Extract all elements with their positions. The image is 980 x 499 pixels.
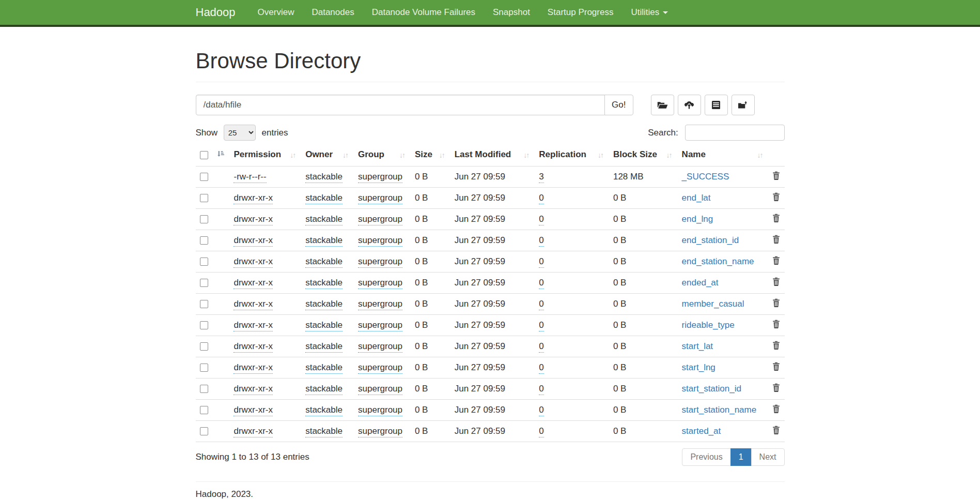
replication-value[interactable]: 0 — [539, 235, 543, 247]
owner-value[interactable]: stackable — [305, 320, 343, 331]
select-all-checkbox[interactable] — [200, 151, 208, 159]
column-header-owner[interactable]: Owner — [301, 145, 354, 166]
replication-value[interactable]: 3 — [539, 172, 543, 183]
permission-value[interactable]: drwxr-xr-x — [234, 384, 273, 395]
group-value[interactable]: supergroup — [358, 214, 402, 225]
group-value[interactable]: supergroup — [358, 172, 402, 183]
delete-file-button[interactable] — [772, 277, 780, 289]
file-name-link[interactable]: end_station_id — [682, 235, 739, 245]
delete-file-button[interactable] — [772, 383, 780, 395]
delete-file-button[interactable] — [772, 341, 780, 352]
file-name-link[interactable]: end_lng — [682, 214, 713, 224]
column-header-last-modified[interactable]: Last Modified — [450, 145, 535, 166]
pagination-next[interactable]: Next — [751, 448, 785, 466]
group-value[interactable]: supergroup — [358, 426, 402, 437]
permission-value[interactable]: drwxr-xr-x — [234, 320, 273, 331]
column-header-group[interactable]: Group — [354, 145, 411, 166]
delete-file-button[interactable] — [772, 214, 780, 225]
group-value[interactable]: supergroup — [358, 193, 402, 204]
delete-file-button[interactable] — [772, 298, 780, 310]
delete-file-button[interactable] — [772, 171, 780, 183]
row-checkbox[interactable] — [200, 406, 208, 414]
owner-value[interactable]: stackable — [305, 172, 343, 183]
row-checkbox[interactable] — [200, 215, 208, 223]
delete-file-button[interactable] — [772, 256, 780, 267]
group-value[interactable]: supergroup — [358, 362, 402, 374]
list-view-button[interactable] — [705, 95, 728, 115]
permission-value[interactable]: drwxr-xr-x — [234, 362, 273, 374]
pagination-previous[interactable]: Previous — [682, 448, 730, 466]
navbar-brand[interactable]: Hadoop — [196, 6, 236, 19]
group-value[interactable]: supergroup — [358, 235, 402, 247]
row-checkbox[interactable] — [200, 194, 208, 202]
open-directory-button[interactable] — [651, 95, 674, 115]
delete-file-button[interactable] — [772, 320, 780, 331]
file-name-link[interactable]: start_station_id — [682, 384, 741, 394]
nav-item-snapshot[interactable]: Snapshot — [484, 7, 539, 18]
permission-value[interactable]: drwxr-xr-x — [234, 341, 273, 353]
file-name-link[interactable]: start_lat — [682, 341, 713, 351]
replication-value[interactable]: 0 — [539, 426, 543, 437]
file-name-link[interactable]: ended_at — [682, 278, 719, 288]
owner-value[interactable]: stackable — [305, 256, 343, 268]
delete-file-button[interactable] — [772, 426, 780, 437]
delete-file-button[interactable] — [772, 235, 780, 246]
owner-value[interactable]: stackable — [305, 278, 343, 289]
file-name-link[interactable]: end_station_name — [682, 256, 754, 266]
file-name-link[interactable]: started_at — [682, 426, 721, 436]
permission-value[interactable]: drwxr-xr-x — [234, 256, 273, 268]
file-name-link[interactable]: start_lng — [682, 362, 715, 372]
table-search-input[interactable] — [685, 125, 785, 141]
delete-file-button[interactable] — [772, 362, 780, 373]
pagination-page-1[interactable]: 1 — [730, 448, 752, 466]
nav-item-utilities[interactable]: Utilities — [622, 7, 677, 18]
delete-file-button[interactable] — [772, 404, 780, 416]
row-checkbox[interactable] — [200, 364, 208, 372]
row-checkbox[interactable] — [200, 300, 208, 308]
group-value[interactable]: supergroup — [358, 384, 402, 395]
group-value[interactable]: supergroup — [358, 278, 402, 289]
replication-value[interactable]: 0 — [539, 214, 543, 225]
permission-value[interactable]: drwxr-xr-x — [234, 299, 273, 310]
permission-value[interactable]: drwxr-xr-x — [234, 193, 273, 204]
delete-file-button[interactable] — [772, 192, 780, 204]
owner-value[interactable]: stackable — [305, 341, 343, 353]
replication-value[interactable]: 0 — [539, 341, 543, 353]
permission-value[interactable]: drwxr-xr-x — [234, 426, 273, 437]
permission-value[interactable]: -rw-r--r-- — [234, 172, 266, 183]
owner-value[interactable]: stackable — [305, 235, 343, 247]
owner-value[interactable]: stackable — [305, 426, 343, 437]
column-header-name[interactable]: Name — [678, 145, 769, 166]
column-header-permission[interactable]: Permission — [229, 145, 301, 166]
replication-value[interactable]: 0 — [539, 299, 543, 310]
file-name-link[interactable]: end_lat — [682, 193, 711, 203]
replication-value[interactable]: 0 — [539, 320, 543, 331]
owner-value[interactable]: stackable — [305, 299, 343, 310]
nav-item-overview[interactable]: Overview — [249, 7, 303, 18]
upload-files-button[interactable] — [678, 95, 701, 115]
owner-value[interactable]: stackable — [305, 384, 343, 395]
new-folder-button[interactable] — [732, 95, 755, 115]
go-button[interactable]: Go! — [604, 95, 633, 115]
row-checkbox[interactable] — [200, 385, 208, 393]
row-checkbox[interactable] — [200, 236, 208, 245]
page-size-select[interactable]: 25 — [224, 125, 256, 141]
nav-item-datanodes[interactable]: Datanodes — [303, 7, 363, 18]
file-name-link[interactable]: start_station_name — [682, 405, 757, 415]
directory-path-input[interactable] — [196, 95, 605, 115]
permission-value[interactable]: drwxr-xr-x — [234, 405, 273, 416]
row-checkbox[interactable] — [200, 258, 208, 266]
permission-value[interactable]: drwxr-xr-x — [234, 214, 273, 225]
group-value[interactable]: supergroup — [358, 341, 402, 353]
owner-value[interactable]: stackable — [305, 214, 343, 225]
group-value[interactable]: supergroup — [358, 320, 402, 331]
row-checkbox[interactable] — [200, 321, 208, 329]
row-checkbox[interactable] — [200, 279, 208, 287]
nav-item-startup-progress[interactable]: Startup Progress — [539, 7, 623, 18]
owner-value[interactable]: stackable — [305, 405, 343, 416]
group-value[interactable]: supergroup — [358, 405, 402, 416]
group-value[interactable]: supergroup — [358, 299, 402, 310]
group-value[interactable]: supergroup — [358, 256, 402, 268]
sort-amount-asc-icon[interactable] — [216, 150, 224, 160]
column-header-size[interactable]: Size — [411, 145, 450, 166]
